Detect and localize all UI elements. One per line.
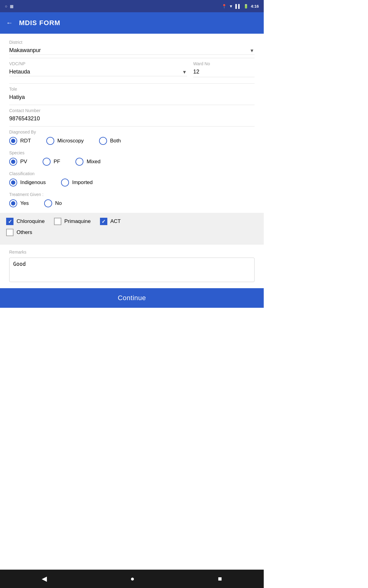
radio-rdt-label: RDT (20, 138, 31, 144)
treatment-section: Treatment Given : Yes No (9, 192, 255, 210)
battery-icon: 🔋 (243, 4, 248, 9)
status-bar-left: ○ ▦ (5, 4, 13, 9)
remarks-textarea[interactable]: Good (9, 258, 255, 282)
district-label: District (9, 40, 255, 45)
radio-imported-circle (61, 179, 69, 187)
location-icon: 📍 (222, 4, 227, 9)
radio-pf[interactable]: PF (43, 158, 60, 166)
vdc-select-wrapper[interactable]: Hetauda ▾ (9, 67, 187, 76)
radio-indigenous-circle (9, 179, 17, 187)
radio-microscopy[interactable]: Microscopy (46, 137, 84, 145)
vdc-ward-row: VDC/NP Hetauda ▾ Ward No 12 (9, 61, 255, 84)
nav-home-icon[interactable]: ● (130, 575, 134, 583)
diagnosed-by-section: Diagnosed By RDT Microscopy Both (9, 130, 255, 148)
district-field: District Makawanpur ▾ (9, 40, 255, 58)
checkbox-row-1: Chloroquine Primaquine ACT (6, 218, 258, 225)
contact-value: 9876543210 (9, 114, 255, 123)
radio-yes[interactable]: Yes (9, 199, 29, 207)
classification-section: Classification Indigenous Imported (9, 171, 255, 190)
treatment-radio-group: Yes No (9, 199, 255, 207)
radio-indigenous-label: Indigenous (20, 179, 46, 186)
radio-no[interactable]: No (44, 199, 62, 207)
vdc-select[interactable]: Hetauda (9, 67, 187, 76)
grid-icon: ▦ (10, 4, 13, 9)
remarks-label: Remarks (9, 250, 255, 254)
radio-imported[interactable]: Imported (61, 179, 93, 187)
wifi-icon: ▼ (229, 4, 233, 9)
checkbox-act[interactable]: ACT (100, 218, 121, 225)
tole-field: Tole Hatiya (9, 87, 255, 105)
ward-value: 12 (193, 67, 255, 76)
checkbox-chloroquine-box (6, 218, 13, 225)
checkbox-act-box (100, 218, 107, 225)
radio-pf-label: PF (54, 159, 60, 165)
species-radio-group: PV PF Mixed (9, 158, 255, 166)
diagnosed-by-radio-group: RDT Microscopy Both (9, 137, 255, 145)
radio-rdt[interactable]: RDT (9, 137, 31, 145)
classification-radio-group: Indigenous Imported (9, 179, 255, 187)
vdc-field: VDC/NP Hetauda ▾ (9, 61, 187, 80)
radio-no-label: No (55, 200, 62, 206)
district-select-wrapper[interactable]: Makawanpur ▾ (9, 46, 255, 55)
contact-field: Contact Number 9876543210 (9, 108, 255, 126)
radio-yes-circle (9, 199, 17, 207)
radio-mixed-label: Mixed (86, 159, 100, 165)
contact-label: Contact Number (9, 108, 255, 113)
radio-pv-label: PV (20, 159, 27, 165)
radio-indigenous[interactable]: Indigenous (9, 179, 46, 187)
diagnosed-by-label: Diagnosed By (9, 130, 255, 134)
nav-back-icon[interactable]: ◀ (42, 575, 47, 583)
radio-mixed-circle (75, 158, 83, 166)
radio-pv[interactable]: PV (9, 158, 27, 166)
radio-mixed[interactable]: Mixed (75, 158, 100, 166)
tole-label: Tole (9, 87, 255, 92)
radio-yes-label: Yes (20, 200, 29, 206)
continue-button[interactable]: Continue (0, 288, 264, 308)
species-label: Species (9, 150, 255, 155)
district-select[interactable]: Makawanpur (9, 46, 255, 55)
checkbox-chloroquine[interactable]: Chloroquine (6, 218, 45, 225)
radio-pf-circle (43, 158, 51, 166)
nav-bar: ◀ ● ■ (0, 570, 264, 588)
radio-no-circle (44, 199, 52, 207)
checkbox-row-2: Others (6, 229, 258, 236)
checkbox-primaquine-box (54, 218, 61, 225)
checkbox-chloroquine-label: Chloroquine (17, 218, 45, 224)
back-button[interactable]: ← (6, 19, 13, 27)
ward-label: Ward No (193, 61, 255, 66)
tole-value: Hatiya (9, 93, 255, 102)
radio-both-label: Both (110, 138, 121, 144)
form-container: District Makawanpur ▾ VDC/NP Hetauda ▾ W… (0, 34, 264, 314)
radio-imported-label: Imported (72, 179, 93, 186)
checkbox-others-label: Others (17, 229, 32, 236)
nav-recent-icon[interactable]: ■ (218, 575, 222, 583)
page-title: MDIS FORM (19, 19, 60, 27)
remarks-section: Remarks Good (9, 250, 255, 283)
radio-pv-circle (9, 158, 17, 166)
checkbox-others-box (6, 229, 13, 236)
header: ← MDIS FORM (0, 12, 264, 34)
radio-microscopy-circle (46, 137, 54, 145)
checkbox-others[interactable]: Others (6, 229, 32, 236)
checkbox-section: Chloroquine Primaquine ACT Others (0, 213, 264, 245)
vdc-label: VDC/NP (9, 61, 187, 66)
radio-both[interactable]: Both (99, 137, 121, 145)
status-bar-right: 📍 ▼ ▌▌ 🔋 4:16 (222, 4, 259, 9)
treatment-label: Treatment Given : (9, 192, 255, 197)
radio-rdt-circle (9, 137, 17, 145)
checkbox-act-label: ACT (110, 218, 121, 224)
classification-label: Classification (9, 171, 255, 176)
circle-icon: ○ (5, 4, 7, 9)
time-display: 4:16 (251, 4, 259, 9)
radio-both-circle (99, 137, 107, 145)
status-bar: ○ ▦ 📍 ▼ ▌▌ 🔋 4:16 (0, 0, 264, 12)
signal-icon: ▌▌ (236, 4, 241, 9)
ward-field: Ward No 12 (193, 61, 255, 80)
checkbox-primaquine-label: Primaquine (64, 218, 91, 224)
species-section: Species PV PF Mixed (9, 150, 255, 169)
checkbox-primaquine[interactable]: Primaquine (54, 218, 91, 225)
radio-microscopy-label: Microscopy (57, 138, 84, 144)
